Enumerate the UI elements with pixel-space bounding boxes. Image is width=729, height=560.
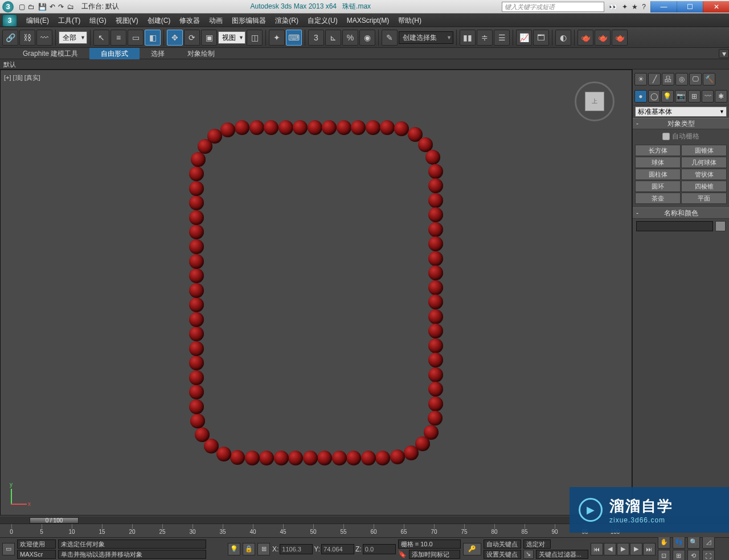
manip-icon[interactable]: ✦ [269,30,285,46]
setkey-button[interactable]: 设置关键点 [484,550,521,559]
menu-views[interactable]: 视图(V) [111,14,143,27]
ribbon-expand-icon[interactable]: ▾ [719,49,729,58]
help-search[interactable]: 键入关键字或短语 [502,2,604,12]
menu-edit[interactable]: 编辑(E) [22,14,54,27]
menu-maxscript[interactable]: MAXScript(M) [342,14,394,27]
tab-graphite[interactable]: Graphite 建模工具 [11,48,89,59]
qa-new-icon[interactable]: ▢ [19,3,25,11]
nav-zoomall-icon[interactable]: ⊡ [658,550,670,561]
motion-icon[interactable]: ◎ [675,73,688,85]
maximize-button[interactable]: ☐ [677,1,703,13]
geometry-icon[interactable]: ● [634,90,647,103]
qa-redo-icon[interactable]: ↷ [58,3,64,11]
app-menu-button[interactable]: 3 [2,14,17,27]
sun-icon[interactable]: ☀ [634,73,647,85]
helpers-icon[interactable]: ⊞ [688,90,701,103]
qa-proj-icon[interactable]: 🗂 [67,3,74,11]
ref-coord-dropdown[interactable]: 视图 [218,31,245,44]
sparkle-icon[interactable]: ✦ [622,3,628,11]
menu-graph[interactable]: 图形编辑器 [227,14,271,27]
autogrid-checkbox[interactable] [662,133,670,140]
menu-customize[interactable]: 自定义(U) [303,14,342,27]
select-region-icon[interactable]: ▭ [128,30,144,46]
menu-animation[interactable]: 动画 [204,14,227,27]
nav-maximize-icon[interactable]: ⛶ [702,550,715,561]
absolute-icon[interactable]: ⊞ [257,543,270,555]
lock-icon[interactable]: 🔒 [243,543,255,555]
render-setup-icon[interactable]: 🫖 [578,30,593,46]
selected-button[interactable]: 选定对 [523,539,551,549]
nav-zoomext-icon[interactable]: ⊞ [673,550,685,561]
viewcube[interactable]: 上 [575,81,615,121]
scale-icon[interactable]: ▣ [201,30,217,46]
render-frame-icon[interactable]: 🫖 [595,30,611,46]
named-selection-set[interactable]: 创建选择集 [399,31,453,44]
binoculars-icon[interactable]: 👀 [609,3,617,11]
color-swatch[interactable] [715,221,726,231]
keymode-icon[interactable]: ↘ [523,550,534,559]
star-icon[interactable]: ★ [632,3,638,11]
snap-3d-icon[interactable]: 3 [308,30,324,46]
menu-group[interactable]: 组(G) [85,14,110,27]
tab-select[interactable]: 选择 [140,48,176,59]
category-dropdown[interactable]: 标准基本体 [635,107,727,117]
move-icon[interactable]: ✥ [167,30,183,46]
render-icon[interactable]: 🫖 [612,30,628,46]
window-crossing-icon[interactable]: ◧ [145,30,161,46]
menu-help[interactable]: 帮助(H) [394,14,426,27]
nav-zoom-icon[interactable]: 🔍 [687,536,700,549]
select-name-icon[interactable]: ≡ [110,30,126,46]
workbench-switch[interactable]: 工作台: 默认 [81,2,120,11]
nav-pan-icon[interactable]: ✋ [658,536,670,549]
nav-orbit-icon[interactable]: ⟲ [687,550,700,561]
lights-icon[interactable]: 💡 [661,90,674,103]
snap-percent-icon[interactable]: % [342,30,358,46]
mirror-icon[interactable]: ▮▮ [460,30,476,46]
app-icon[interactable]: 3 [2,1,14,13]
snap-spinner-icon[interactable]: ◉ [359,30,375,46]
prim-sphere[interactable]: 球体 [635,157,681,168]
viewport-label[interactable]: [+] [顶] [真实] [4,73,40,82]
shapes-icon[interactable]: ◯ [648,90,661,103]
qa-undo-icon[interactable]: ↶ [50,3,55,11]
autokey-button[interactable]: 自动关键点 [484,539,521,549]
snap-angle-icon[interactable]: ⊾ [325,30,341,46]
keyfilter-button[interactable]: 关键点过滤器... [536,550,588,559]
help-icon[interactable]: ? [642,3,646,11]
prim-geosphere[interactable]: 几何球体 [681,157,727,168]
hierarchy-icon[interactable]: 品 [662,73,674,85]
prim-teapot[interactable]: 茶壶 [635,193,681,204]
display-icon[interactable]: 🖵 [689,73,702,85]
menu-rendering[interactable]: 渲染(R) [271,14,303,27]
link-icon[interactable]: 🔗 [2,30,18,46]
y-field[interactable]: 74.064 [321,544,354,554]
goto-start-icon[interactable]: ⏮ [591,543,603,555]
isolate-icon[interactable]: 💡 [228,543,240,555]
prim-tube[interactable]: 管状体 [681,169,727,180]
utilities-hammer-icon[interactable]: 🔨 [703,73,715,85]
layer-icon[interactable]: ☰ [494,30,510,46]
prim-pyramid[interactable]: 四棱锥 [681,181,727,192]
unlink-icon[interactable]: ⛓ [19,30,35,46]
object-name-field[interactable] [636,221,713,231]
viewport[interactable]: [+] [顶] [真实] y x 上 [0,70,632,516]
menu-modifiers[interactable]: 修改器 [175,14,204,27]
qa-save-icon[interactable]: 💾 [38,3,47,11]
z-field[interactable]: 0.0 [363,544,396,554]
bind-space-icon[interactable]: 〰 [36,30,52,46]
minimize-button[interactable]: — [650,1,677,13]
prim-box[interactable]: 长方体 [635,145,681,156]
material-editor-icon[interactable]: ◐ [555,30,571,46]
systems-icon[interactable]: ✱ [715,90,727,103]
goto-end-icon[interactable]: ⏭ [643,543,656,555]
rollout-object-type[interactable]: -对象类型 [633,118,729,129]
tab-freeform[interactable]: 自由形式 [89,48,140,59]
close-button[interactable]: ✕ [703,1,729,13]
rollout-name-color[interactable]: -名称和颜色 [633,207,729,219]
x-field[interactable]: 1106.3 [280,544,313,554]
curve-editor-icon[interactable]: 📈 [516,30,532,46]
script-listener-icon[interactable]: ▭ [2,543,15,555]
curve-panel-icon[interactable]: ╱ [648,73,661,85]
align-icon[interactable]: ≑ [477,30,493,46]
schematic-icon[interactable]: 🗔 [533,30,549,46]
